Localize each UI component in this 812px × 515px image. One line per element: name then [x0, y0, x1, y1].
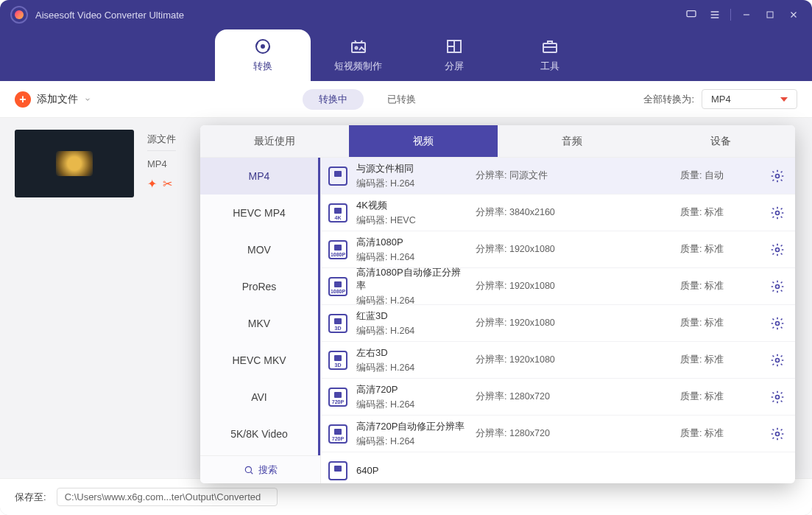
tab-mv-label: 短视频制作 — [334, 60, 382, 73]
gear-icon[interactable] — [770, 316, 785, 331]
preset-resolution: 分辨率: 1920x1080 — [476, 354, 586, 366]
svg-point-13 — [776, 321, 780, 325]
format-search[interactable]: 搜索 — [200, 455, 320, 483]
maximize-button[interactable] — [759, 6, 781, 24]
close-button[interactable] — [783, 6, 805, 24]
gear-icon[interactable] — [770, 427, 785, 441]
format-body: MP4HEVC MP4MOVProResMKVHEVC MKVAVI5K/8K … — [200, 158, 795, 483]
tab-toolbox[interactable]: 工具 — [502, 29, 598, 81]
format-category-hevc-mkv[interactable]: HEVC MKV — [200, 342, 318, 379]
cut-icon[interactable]: ✂ — [163, 177, 172, 191]
format-category-mkv[interactable]: MKV — [200, 305, 318, 342]
preset-row[interactable]: 1080P高清1080P自动修正分辨率编码器: H.264分辨率: 1920x1… — [321, 268, 795, 305]
file-meta: 源文件 MP4 ✦ ✂ — [147, 130, 176, 191]
search-label: 搜索 — [258, 463, 278, 477]
preset-row[interactable]: 640P — [321, 452, 795, 483]
preset-row[interactable]: 1080P高清1080P编码器: H.264分辨率: 1920x1080质量: … — [321, 231, 795, 268]
svg-point-5 — [355, 47, 357, 49]
preset-name: 与源文件相同 — [356, 162, 467, 175]
preset-encoder: 编码器: H.264 — [356, 435, 467, 448]
svg-point-10 — [776, 211, 780, 214]
format-select-value: MP4 — [711, 94, 731, 105]
add-file-button[interactable]: + 添加文件 — [15, 91, 91, 108]
menu-icon[interactable] — [704, 6, 726, 24]
tab-mv[interactable]: 短视频制作 — [311, 29, 406, 81]
preset-row[interactable]: 3D红蓝3D编码器: H.264分辨率: 1920x1080质量: 标准 — [321, 305, 795, 342]
preset-row[interactable]: 720P高清720P编码器: H.264分辨率: 1280x720质量: 标准 — [321, 379, 795, 416]
format-category-prores[interactable]: ProRes — [200, 268, 318, 305]
preset-name: 高清1080P — [356, 236, 467, 249]
feedback-icon[interactable] — [680, 6, 702, 24]
preset-badge-icon: 720P — [328, 424, 347, 444]
tab-toolbox-label: 工具 — [540, 60, 559, 73]
gear-icon[interactable] — [770, 242, 785, 257]
gear-icon[interactable] — [770, 353, 785, 368]
preset-name: 高清720P — [356, 383, 467, 396]
svg-point-14 — [776, 358, 780, 362]
format-category-hevc-mp4[interactable]: HEVC MP4 — [200, 195, 318, 231]
ftab-device[interactable]: 设备 — [646, 125, 795, 157]
ftab-audio[interactable]: 音频 — [498, 125, 646, 157]
format-categories: MP4HEVC MP4MOVProResMKVHEVC MKVAVI5K/8K … — [200, 158, 321, 483]
ftab-video[interactable]: 视频 — [349, 125, 498, 157]
preset-encoder: 编码器: H.264 — [356, 362, 467, 374]
preset-badge-icon: 3D — [328, 314, 347, 333]
format-category-5k-8k-video[interactable]: 5K/8K Video — [200, 416, 318, 452]
collage-icon — [445, 38, 464, 55]
ftab-recent[interactable]: 最近使用 — [200, 125, 349, 157]
format-select[interactable]: MP4 — [702, 89, 797, 109]
preset-quality: 质量: 标准 — [680, 206, 761, 219]
preset-row[interactable]: 与源文件相同编码器: H.264分辨率: 同源文件质量: 自动 — [321, 158, 795, 195]
minimize-button[interactable] — [735, 6, 758, 24]
preset-row[interactable]: 3D左右3D编码器: H.264分辨率: 1920x1080质量: 标准 — [321, 342, 795, 379]
output-path[interactable]: C:\Users\www.x6g.com...ter\Output\Conver… — [57, 488, 278, 506]
preset-list[interactable]: 与源文件相同编码器: H.264分辨率: 同源文件质量: 自动4K4K视频编码器… — [321, 158, 795, 483]
preset-encoder: 编码器: H.264 — [356, 251, 467, 264]
convert-all-area: 全部转换为: MP4 — [643, 89, 797, 109]
preset-encoder: 编码器: H.264 — [356, 325, 467, 337]
format-tabs: 最近使用 视频 音频 设备 — [200, 125, 795, 158]
gear-icon[interactable] — [770, 279, 785, 294]
preset-encoder: 编码器: H.264 — [356, 178, 467, 190]
svg-point-11 — [776, 248, 780, 251]
tab-convert[interactable]: 转换 — [215, 29, 311, 81]
preset-badge-icon — [328, 461, 347, 480]
preset-encoder: 编码器: HEVC — [356, 214, 467, 227]
mv-icon — [349, 38, 368, 55]
preset-quality: 质量: 标准 — [680, 280, 761, 292]
preset-encoder: 编码器: H.264 — [356, 295, 467, 307]
preset-name: 左右3D — [356, 346, 467, 360]
toolbox-icon — [540, 38, 559, 55]
gear-icon[interactable] — [770, 390, 785, 404]
main-tabs: 转换 短视频制作 分屏 工具 — [0, 29, 812, 81]
preset-name: 高清1080P自动修正分辨率 — [356, 266, 467, 292]
svg-point-9 — [776, 174, 780, 178]
magic-icon[interactable]: ✦ — [147, 177, 157, 191]
format-category-avi[interactable]: AVI — [200, 379, 318, 416]
app-window: Aiseesoft Video Converter Ultimate 转换 短视… — [0, 0, 812, 515]
tab-convert-label: 转换 — [253, 60, 272, 73]
convert-icon — [253, 38, 272, 55]
gear-icon[interactable] — [770, 206, 785, 220]
preset-badge-icon: 720P — [328, 388, 347, 407]
preset-quality: 质量: 标准 — [680, 390, 761, 403]
preset-row[interactable]: 720P高清720P自动修正分辨率编码器: H.264分辨率: 1280x720… — [321, 416, 795, 452]
preset-resolution: 分辨率: 1920x1080 — [476, 317, 586, 329]
preset-quality: 质量: 标准 — [680, 243, 761, 256]
tab-collage[interactable]: 分屏 — [406, 29, 502, 81]
video-thumbnail[interactable] — [15, 130, 134, 197]
pill-converting[interactable]: 转换中 — [303, 89, 364, 110]
preset-badge-icon: 1080P — [328, 277, 347, 296]
window-controls — [680, 6, 805, 24]
preset-quality: 质量: 自动 — [680, 169, 761, 182]
preset-row[interactable]: 4K4K视频编码器: HEVC分辨率: 3840x2160质量: 标准 — [321, 195, 795, 231]
preset-resolution: 分辨率: 3840x2160 — [476, 206, 586, 219]
bottom-bar: 保存至: C:\Users\www.x6g.com...ter\Output\C… — [0, 478, 812, 515]
preset-name: 高清720P自动修正分辨率 — [356, 420, 467, 433]
pill-converted[interactable]: 已转换 — [371, 89, 432, 110]
search-icon — [244, 465, 254, 475]
gear-icon[interactable] — [770, 169, 785, 183]
format-category-mp4[interactable]: MP4 — [200, 158, 318, 195]
format-category-mov[interactable]: MOV — [200, 231, 318, 268]
titlebar: Aiseesoft Video Converter Ultimate 转换 短视… — [0, 0, 812, 81]
